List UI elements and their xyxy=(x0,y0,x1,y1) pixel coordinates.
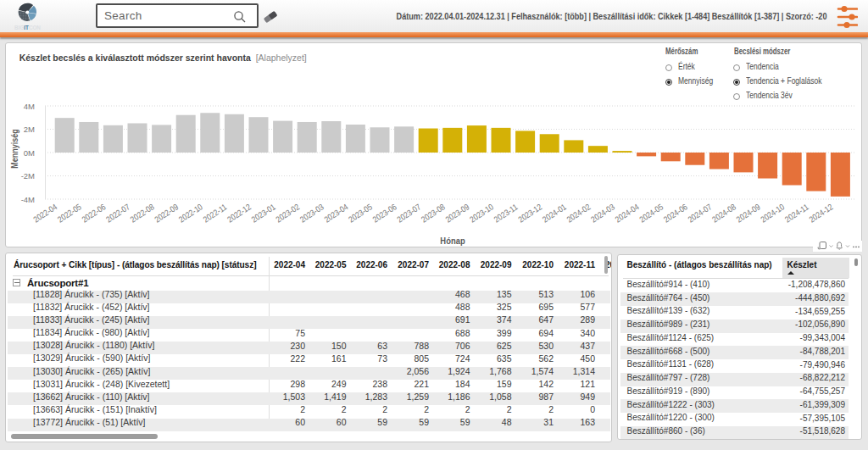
svg-text:Mennyiség: Mennyiség xyxy=(10,129,19,168)
svg-text:2023-03: 2023-03 xyxy=(298,202,326,224)
svg-text:2022-04: 2022-04 xyxy=(31,202,58,224)
svg-text:2024-12: 2024-12 xyxy=(807,202,834,224)
svg-text:2022-06: 2022-06 xyxy=(80,202,107,224)
svg-text:2M: 2M xyxy=(24,125,35,134)
svg-text:2024-08: 2024-08 xyxy=(710,202,737,224)
svg-text:2023-04: 2023-04 xyxy=(322,202,349,224)
svg-text:2024-04: 2024-04 xyxy=(614,202,641,224)
svg-text:2024-10: 2024-10 xyxy=(759,202,786,224)
svg-text:0M: 0M xyxy=(24,148,35,158)
svg-text:2022-08: 2022-08 xyxy=(129,202,156,224)
svg-text:2024-05: 2024-05 xyxy=(637,202,665,224)
svg-text:2024-01: 2024-01 xyxy=(541,202,568,224)
svg-text:2022-11: 2022-11 xyxy=(201,202,228,224)
svg-text:2022-07: 2022-07 xyxy=(104,202,131,224)
svg-text:2023-05: 2023-05 xyxy=(347,202,374,224)
svg-text:2022-10: 2022-10 xyxy=(177,202,204,224)
svg-text:2024-09: 2024-09 xyxy=(735,202,762,224)
svg-text:Hónap: Hónap xyxy=(440,236,465,246)
svg-text:2022-05: 2022-05 xyxy=(56,202,83,224)
svg-text:2024-06: 2024-06 xyxy=(662,202,689,224)
svg-text:2023-12: 2023-12 xyxy=(516,202,543,224)
svg-text:4M: 4M xyxy=(24,102,35,111)
svg-text:2023-06: 2023-06 xyxy=(371,202,398,224)
svg-text:2022-09: 2022-09 xyxy=(153,202,180,224)
svg-text:-4M: -4M xyxy=(21,195,35,204)
svg-text:2023-08: 2023-08 xyxy=(420,202,447,224)
svg-text:2023-07: 2023-07 xyxy=(395,202,422,224)
svg-text:BIGITCON: BIGITCON xyxy=(14,25,41,31)
svg-text:2024-02: 2024-02 xyxy=(565,202,592,224)
svg-text:2023-09: 2023-09 xyxy=(443,202,470,224)
svg-text:2023-01: 2023-01 xyxy=(250,202,277,224)
svg-text:2023-11: 2023-11 xyxy=(492,202,520,224)
svg-text:2024-07: 2024-07 xyxy=(686,202,713,224)
svg-text:2022-12: 2022-12 xyxy=(225,202,253,224)
svg-text:2023-02: 2023-02 xyxy=(274,202,301,224)
svg-text:-2M: -2M xyxy=(21,171,35,181)
svg-text:2024-11: 2024-11 xyxy=(783,202,810,224)
svg-text:2023-10: 2023-10 xyxy=(468,202,495,224)
svg-text:2024-03: 2024-03 xyxy=(589,202,616,224)
